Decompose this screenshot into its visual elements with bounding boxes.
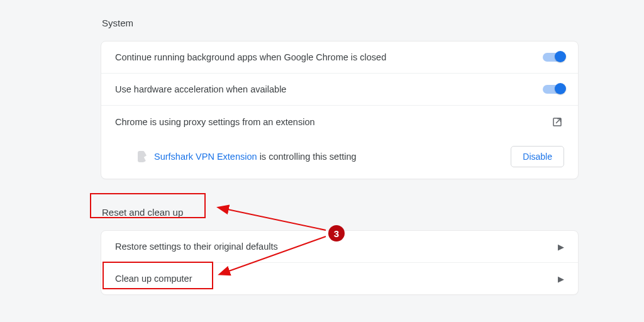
- row-hw-accel: Use hardware acceleration when available: [101, 74, 578, 106]
- section-title-system: System: [101, 18, 579, 28]
- toggle-hw-accel[interactable]: [543, 85, 564, 94]
- extension-icon: [138, 151, 147, 162]
- extension-controlling-text: Surfshark VPN Extension is controlling t…: [154, 151, 357, 162]
- label-restore-defaults: Restore settings to their original defau…: [115, 242, 278, 252]
- open-in-new-icon[interactable]: [552, 116, 563, 128]
- row-proxy[interactable]: Chrome is using proxy settings from an e…: [101, 106, 578, 138]
- system-card: Continue running background apps when Go…: [101, 41, 579, 179]
- row-proxy-extension: Surfshark VPN Extension is controlling t…: [101, 138, 578, 179]
- row-cleanup-computer[interactable]: Clean up computer ▶: [101, 263, 578, 294]
- label-background-apps: Continue running background apps when Go…: [115, 52, 386, 62]
- label-proxy: Chrome is using proxy settings from an e…: [115, 117, 315, 127]
- reset-card: Restore settings to their original defau…: [101, 230, 579, 295]
- chevron-right-icon: ▶: [558, 242, 564, 252]
- extension-suffix-text: is controlling this setting: [257, 152, 357, 162]
- row-background-apps: Continue running background apps when Go…: [101, 42, 578, 74]
- chevron-right-icon: ▶: [558, 274, 564, 284]
- disable-button[interactable]: Disable: [511, 146, 564, 167]
- extension-link[interactable]: Surfshark VPN Extension: [154, 152, 257, 162]
- section-title-reset: Reset and clean up: [101, 207, 579, 218]
- toggle-background-apps[interactable]: [543, 53, 564, 62]
- label-hw-accel: Use hardware acceleration when available: [115, 84, 286, 94]
- row-restore-defaults[interactable]: Restore settings to their original defau…: [101, 231, 578, 263]
- label-cleanup-computer: Clean up computer: [115, 274, 192, 284]
